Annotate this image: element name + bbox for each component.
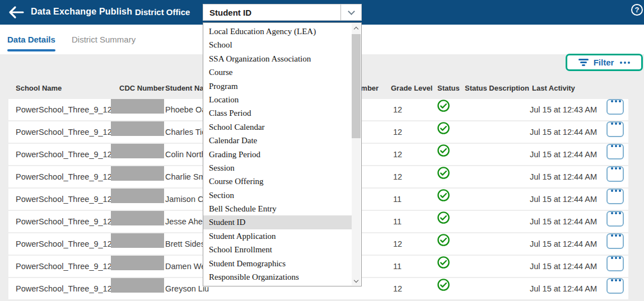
ellipsis-icon xyxy=(611,100,621,102)
dropdown-option[interactable]: Class Period xyxy=(203,106,352,120)
row-actions-button[interactable] xyxy=(606,211,624,227)
cdc-number-redacted-cell xyxy=(111,166,164,181)
dropdown-option[interactable]: Calendar Date xyxy=(203,134,352,147)
student-name-cell: Brett Sides xyxy=(165,233,205,255)
row-actions-button[interactable] xyxy=(606,166,624,182)
object-type-select-value: Student ID xyxy=(203,8,340,17)
dropdown-option[interactable]: Location xyxy=(203,93,352,106)
dropdown-option[interactable]: Course Offering xyxy=(203,175,352,188)
dropdown-option[interactable]: School Calendar xyxy=(203,120,352,134)
filter-button[interactable]: Filter xyxy=(566,54,643,71)
row-actions-button[interactable] xyxy=(606,233,624,249)
dropdown-option[interactable]: Grading Period xyxy=(203,148,352,161)
column-header-grade-level: Grade Level xyxy=(391,81,432,96)
dropdown-option[interactable]: Student Demographics xyxy=(203,257,352,270)
school-name-cell: PowerSchool_Three_9_12 xyxy=(16,256,112,277)
student-name-cell: Damen We xyxy=(165,256,206,277)
dropdown-option[interactable]: Program xyxy=(203,79,352,93)
scrollbar-thumb[interactable] xyxy=(352,34,361,138)
row-actions-button[interactable] xyxy=(606,256,624,271)
object-type-dropdown-panel: Local Education Agency (LEA)SchoolSSA Or… xyxy=(203,22,362,286)
last-activity-cell: Jul 15 at 12:44 AM xyxy=(530,189,597,210)
dropdown-option[interactable]: Section xyxy=(203,189,352,202)
ellipsis-icon xyxy=(611,123,621,125)
student-name-cell: Jamison Ch xyxy=(165,189,208,210)
ellipsis-icon xyxy=(611,212,621,214)
grade-level-cell: 12 xyxy=(393,233,402,255)
last-activity-cell: Jul 15 at 12:44 AM xyxy=(530,211,597,232)
dropdown-option[interactable]: School Enrollment xyxy=(203,243,352,256)
last-activity-cell: Jul 15 at 12:44 AM xyxy=(530,256,597,277)
scroll-up-icon[interactable] xyxy=(352,23,361,32)
dropdown-option[interactable]: Student ID xyxy=(203,215,352,229)
row-actions-button[interactable] xyxy=(606,278,624,294)
tab-data-details-label: Data Details xyxy=(7,35,55,44)
dropdown-scrollbar[interactable] xyxy=(352,23,361,285)
last-activity-cell: Jul 15 at 12:44 AM xyxy=(530,233,597,255)
row-actions-button[interactable] xyxy=(606,144,624,159)
dropdown-option[interactable]: SSA Organization Association xyxy=(203,52,352,65)
tab-data-details[interactable]: Data Details xyxy=(7,25,55,54)
chevron-down-icon xyxy=(340,4,361,20)
grade-level-cell: 11 xyxy=(393,189,402,210)
dropdown-option[interactable]: Session xyxy=(203,161,352,175)
ellipsis-icon xyxy=(611,257,621,259)
object-type-select[interactable]: Student ID xyxy=(203,4,362,21)
cdc-number-redacted-cell xyxy=(111,121,164,136)
cdc-number-redacted-cell xyxy=(111,233,164,248)
cdc-number-redacted-cell xyxy=(111,189,164,203)
scroll-down-icon[interactable] xyxy=(352,276,361,285)
grade-level-cell: 12 xyxy=(393,99,402,120)
school-name-cell: PowerSchool_Three_9_12 xyxy=(16,99,112,120)
status-ok-icon xyxy=(437,211,450,224)
dropdown-option[interactable]: Student Application xyxy=(203,229,352,243)
row-actions-button[interactable] xyxy=(606,189,624,204)
student-name-cell: Phoebe Oa xyxy=(165,99,206,120)
help-icon[interactable]: ? xyxy=(631,4,643,16)
status-ok-icon xyxy=(437,256,450,269)
dropdown-option[interactable]: Responsible Organizations xyxy=(203,270,352,284)
status-ok-icon xyxy=(437,144,450,157)
ellipsis-icon xyxy=(611,234,621,237)
last-activity-cell: Jul 15 at 12:44 AM xyxy=(530,144,597,165)
student-name-cell: Charlie Sm xyxy=(165,166,206,187)
grade-level-cell: 11 xyxy=(393,256,402,277)
grade-level-cell: 12 xyxy=(393,121,402,143)
back-arrow-icon[interactable] xyxy=(8,5,25,20)
dropdown-option[interactable]: School xyxy=(203,38,352,51)
dropdown-option[interactable]: Bell Schedule Entry xyxy=(203,202,352,215)
column-header-school-name: School Name xyxy=(16,81,62,96)
filter-button-label: Filter xyxy=(594,58,614,67)
school-name-cell: PowerSchool_Three_9_12 xyxy=(16,189,112,210)
cdc-number-redacted-cell xyxy=(111,99,164,114)
ellipsis-icon xyxy=(611,279,621,281)
column-header-last-activity: Last Activity xyxy=(532,81,575,96)
row-actions-button[interactable] xyxy=(606,121,624,137)
last-activity-cell: Jul 15 at 12:44 AM xyxy=(530,166,597,187)
status-ok-icon xyxy=(437,189,450,202)
ellipsis-icon xyxy=(611,145,621,147)
context-label: District Office xyxy=(135,7,190,17)
tab-district-summary-label: District Summary xyxy=(72,35,136,44)
last-activity-cell: Jul 15 at 12:44 AM xyxy=(530,278,597,299)
cdc-number-redacted-cell xyxy=(111,256,164,270)
filter-icon xyxy=(578,59,589,66)
column-header-cdc-number: CDC Number xyxy=(119,81,165,96)
tab-district-summary[interactable]: District Summary xyxy=(72,25,136,54)
dropdown-option-list: Local Education Agency (LEA)SchoolSSA Or… xyxy=(203,23,352,286)
active-tab-underline xyxy=(7,49,55,51)
school-name-cell: PowerSchool_Three_9_12 xyxy=(16,166,112,187)
cdc-number-redacted-cell xyxy=(111,278,164,293)
top-bar: Data Exchange Publish District Office St… xyxy=(0,0,644,25)
status-ok-icon xyxy=(437,233,450,247)
row-actions-button[interactable] xyxy=(606,99,624,115)
status-ok-icon xyxy=(437,166,450,180)
school-name-cell: PowerSchool_Three_9_12 xyxy=(16,233,112,255)
status-ok-icon xyxy=(437,278,450,291)
dropdown-option[interactable]: Local Education Agency (LEA) xyxy=(203,25,352,38)
dropdown-option[interactable]: Course xyxy=(203,65,352,79)
school-name-cell: PowerSchool_Three_9_12 xyxy=(16,278,112,299)
grade-level-cell: 12 xyxy=(393,166,402,187)
status-ok-icon xyxy=(437,99,450,112)
more-options-icon[interactable] xyxy=(620,62,630,64)
